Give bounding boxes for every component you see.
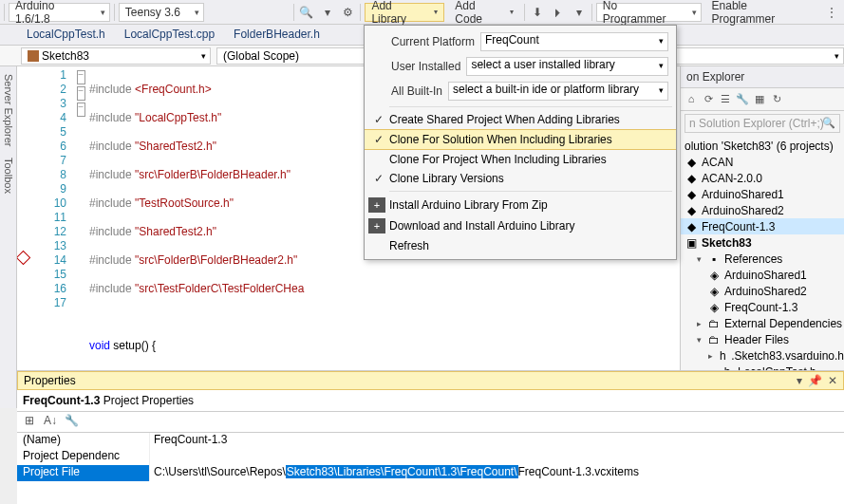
- sort-icon[interactable]: A↓: [42, 414, 59, 431]
- add-library-button[interactable]: Add Library▾: [365, 3, 444, 22]
- fold-toggle[interactable]: –: [77, 103, 85, 117]
- show-all-icon[interactable]: ▦: [753, 93, 766, 106]
- dropdown2-icon[interactable]: ▾: [571, 4, 588, 21]
- properties-header: Properties ▾ 📌 ✕: [17, 371, 844, 390]
- solution-toolbar: ⌂ ⟳ ☰ 🔧 ▦ ↻: [681, 88, 844, 111]
- properties-toolbar: ⊞ A↓ 🔧: [17, 412, 844, 433]
- plus-icon: +: [368, 197, 385, 213]
- prop-row-dep[interactable]: Project Dependenc: [17, 449, 844, 465]
- prop-row-file[interactable]: Project File C:\Users\tl\Source\Repos\Sk…: [17, 465, 844, 481]
- breakpoint-icon[interactable]: [17, 251, 30, 266]
- current-platform-combo[interactable]: FreqCount: [480, 32, 668, 51]
- line-numbers: 1234567891011121314151617: [30, 66, 72, 389]
- properties-icon[interactable]: 🔧: [736, 93, 749, 106]
- external-deps-node[interactable]: ▸🗀External Dependencies: [681, 315, 844, 331]
- project-freqcount[interactable]: ◆FreqCount-1.3: [681, 218, 844, 234]
- arduino-version-combo[interactable]: Arduino 1.6/1.8: [9, 3, 110, 22]
- solution-root[interactable]: olution 'Sketch83' (6 projects): [681, 138, 844, 154]
- check-icon: ✓: [368, 172, 389, 185]
- wrench-icon[interactable]: 🔧: [63, 414, 80, 431]
- file-tab-0[interactable]: LocalCppTest.h: [17, 25, 115, 45]
- run-icon[interactable]: ⏵: [550, 4, 567, 21]
- project-icon: ◆: [685, 156, 698, 169]
- menu-clone-versions[interactable]: ✓Clone Library Versions: [365, 169, 676, 188]
- fold-column: – – –: [72, 66, 89, 389]
- pin-icon[interactable]: 📌: [808, 374, 822, 387]
- reference-item[interactable]: ◈FreqCount-1.3: [681, 299, 844, 315]
- close-icon[interactable]: ✕: [828, 374, 837, 387]
- check-icon: ✓: [368, 133, 389, 146]
- add-code-button[interactable]: Add Code▾: [448, 3, 520, 22]
- solution-tree: olution 'Sketch83' (6 projects) ◆ACAN ◆A…: [681, 136, 844, 408]
- file-item[interactable]: ▸h.Sketch83.vsarduino.h: [681, 347, 844, 364]
- server-explorer-tab[interactable]: Server Explorer: [2, 68, 15, 152]
- user-installed-combo[interactable]: select a user installed library: [466, 57, 668, 76]
- project-acan200[interactable]: ◆ACAN-2.0.0: [681, 170, 844, 186]
- refresh-icon[interactable]: ↻: [770, 93, 783, 106]
- add-library-label: Add Library: [371, 0, 429, 26]
- menu-download-install[interactable]: +Download and Install Arduino Library: [365, 215, 676, 236]
- menu-refresh[interactable]: Refresh: [365, 236, 676, 255]
- folder-icon: 🗀: [707, 333, 721, 346]
- menu-create-shared[interactable]: ✓Create Shared Project When Adding Libra…: [365, 110, 676, 129]
- categorize-icon[interactable]: ⊞: [21, 414, 38, 431]
- programmer-label: No Programmer: [603, 0, 684, 26]
- solution-explorer: on Explorer ⌂ ⟳ ☰ 🔧 ▦ ↻ n Solution Explo…: [680, 66, 844, 408]
- file-tab-2[interactable]: FolderBHeader.h: [224, 25, 329, 45]
- prop-file-value: C:\Users\tl\Source\Repos\Sketch83\Librar…: [150, 465, 844, 481]
- h-file-icon: h: [718, 349, 727, 363]
- nav-scope-project-combo[interactable]: Sketch83: [21, 47, 211, 65]
- add-library-menu: Current Platform FreqCount User Installe…: [364, 25, 677, 260]
- nav-scope-project-label: Sketch83: [42, 49, 89, 63]
- search-icon[interactable]: 🔍: [298, 4, 315, 21]
- project-icon: ◆: [685, 188, 698, 201]
- menu-clone-solution[interactable]: ✓Clone For Solution When Including Libra…: [365, 129, 676, 150]
- fold-toggle[interactable]: –: [77, 70, 85, 84]
- solution-search-input[interactable]: n Solution Explorer (Ctrl+;): [685, 114, 840, 133]
- toolbar-extra-icon[interactable]: ⋮: [823, 4, 840, 21]
- solution-explorer-title: on Explorer: [681, 66, 844, 88]
- project-acan[interactable]: ◆ACAN: [681, 154, 844, 170]
- board-combo[interactable]: Teensy 3.6: [119, 3, 204, 22]
- sync-icon[interactable]: ⟳: [702, 93, 715, 106]
- user-installed-label: User Installed: [391, 60, 460, 73]
- folder-icon: 🗀: [707, 317, 721, 330]
- header-files-node[interactable]: ▾🗀Header Files: [681, 331, 844, 347]
- reference-item[interactable]: ◈ArduinoShared1: [681, 267, 844, 283]
- reference-icon: ◈: [707, 285, 721, 298]
- fold-toggle[interactable]: –: [77, 86, 85, 101]
- enable-programmer-label: Enable Programmer: [712, 0, 814, 26]
- check-icon: ✓: [368, 113, 389, 126]
- prop-row-name[interactable]: (Name)FreqCount-1.3: [17, 433, 844, 449]
- all-builtin-combo[interactable]: select a built-in ide or platform librar…: [448, 82, 668, 101]
- add-code-label: Add Code: [455, 0, 505, 26]
- nav-scope-global-label: (Global Scope): [223, 49, 299, 63]
- menu-install-zip[interactable]: +Install Arduino Library From Zip: [365, 195, 676, 215]
- project-icon: ◆: [685, 204, 698, 217]
- properties-subject: FreqCount-1.3 Project Properties: [17, 390, 844, 412]
- reference-item[interactable]: ◈ArduinoShared2: [681, 283, 844, 299]
- enable-programmer-button[interactable]: Enable Programmer: [705, 3, 820, 22]
- menu-clone-project[interactable]: Clone For Project When Including Librari…: [365, 150, 676, 169]
- project-arduinoshared1[interactable]: ◆ArduinoShared1: [681, 186, 844, 202]
- board-label: Teensy 3.6: [125, 6, 180, 19]
- project-sketch83[interactable]: ▣Sketch83: [681, 234, 844, 251]
- dropdown-icon[interactable]: ▾: [797, 374, 802, 387]
- upload-icon[interactable]: ⬇: [529, 4, 546, 21]
- reference-icon: ◈: [707, 301, 721, 314]
- project-icon: [28, 50, 39, 62]
- toolbox-tab[interactable]: Toolbox: [2, 152, 15, 199]
- properties-grid: (Name)FreqCount-1.3 Project Dependenc Pr…: [17, 433, 844, 504]
- plus-icon: +: [368, 218, 385, 233]
- project-icon: ▣: [685, 236, 698, 250]
- programmer-combo[interactable]: No Programmer: [596, 3, 702, 22]
- gear-icon[interactable]: ⚙: [340, 4, 357, 21]
- project-arduinoshared2[interactable]: ◆ArduinoShared2: [681, 202, 844, 218]
- home-icon[interactable]: ⌂: [685, 93, 698, 106]
- references-node[interactable]: ▾▪References: [681, 251, 844, 267]
- collapse-icon[interactable]: ☰: [719, 93, 732, 106]
- dropdown-icon[interactable]: ▾: [319, 4, 336, 21]
- main-toolbar: Arduino 1.6/1.8 Teensy 3.6 🔍 ▾ ⚙ Add Lib…: [0, 0, 844, 25]
- project-icon: ◆: [685, 220, 698, 233]
- file-tab-1[interactable]: LocalCppTest.cpp: [115, 25, 224, 45]
